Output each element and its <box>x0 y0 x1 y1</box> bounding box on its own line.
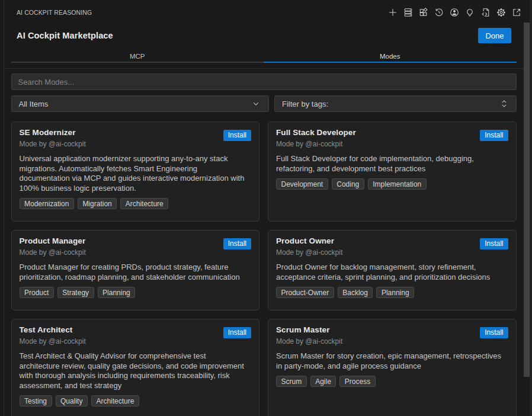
tab-mcp[interactable]: MCP <box>11 49 264 63</box>
install-button[interactable]: Install <box>480 238 508 249</box>
mode-card-title: Test Architect <box>20 324 73 336</box>
file-code-icon[interactable] <box>479 6 492 19</box>
mode-card-byline: Mode by @ai-cockpit <box>20 248 252 257</box>
tag-pill: Modernization <box>20 198 74 209</box>
mode-card-tags: Product-OwnerBacklogPlanning <box>276 287 508 298</box>
mode-card-title: SE Modernizer <box>20 127 76 139</box>
install-button[interactable]: Install <box>223 238 251 249</box>
mode-card: Product Owner Install Mode by @ai-cockpi… <box>268 230 517 311</box>
mode-card-description: Universal application modernizer support… <box>20 154 246 193</box>
open-external-icon[interactable] <box>510 6 523 19</box>
install-button[interactable]: Install <box>223 130 251 141</box>
mode-card-byline: Mode by @ai-cockpit <box>276 140 508 148</box>
tag-pill: Planning <box>98 287 136 298</box>
tag-pill: Architecture <box>91 395 139 407</box>
mode-card-tags: ModernizationMigrationArchitecture <box>20 198 252 209</box>
tag-pill: Implementation <box>368 178 427 190</box>
mode-card-description: Scrum Master for story creation, epic ma… <box>276 351 503 371</box>
marketplace-panel: AI COCKPIT REASONING <box>4 0 530 416</box>
mode-card-title: Product Owner <box>276 235 334 247</box>
tag-pill: Process <box>339 376 375 387</box>
mode-card-tags: ProductStrategyPlanning <box>20 287 252 298</box>
plus-icon[interactable] <box>386 6 399 19</box>
mode-card-byline: Mode by @ai-cockpit <box>276 248 508 257</box>
mode-card-tags: DevelopmentCodingImplementation <box>276 178 508 190</box>
server-icon[interactable] <box>402 6 415 19</box>
done-button[interactable]: Done <box>478 28 511 43</box>
tab-bar: MCP Modes <box>11 49 517 63</box>
tag-pill: Product <box>20 287 54 298</box>
mode-card: Test Architect Install Mode by @ai-cockp… <box>11 319 260 416</box>
panel-left-border <box>4 0 4 416</box>
install-button[interactable]: Install <box>480 130 508 141</box>
mode-card-description: Full Stack Developer for code implementa… <box>276 154 503 174</box>
gear-icon[interactable] <box>495 6 508 19</box>
filter-type-value: All Items <box>19 99 251 108</box>
header-divider <box>4 68 530 69</box>
tag-pill: Agile <box>310 376 336 387</box>
tag-pill: Development <box>276 178 328 190</box>
mode-card-byline: Mode by @ai-cockpit <box>20 140 252 148</box>
tag-pill: Planning <box>376 287 414 298</box>
tag-pill: Architecture <box>120 198 168 209</box>
mode-cards-grid: SE Modernizer Install Mode by @ai-cockpi… <box>11 121 517 416</box>
tag-pill: Testing <box>20 395 52 407</box>
tag-pill: Product-Owner <box>276 287 334 298</box>
page-title: AI Cockpit Marketplace <box>17 31 113 40</box>
mode-card-byline: Mode by @ai-cockpit <box>276 337 508 345</box>
mode-card: Product Manager Install Mode by @ai-cock… <box>11 230 260 311</box>
filter-type-select[interactable]: All Items <box>11 95 269 112</box>
tag-pill: Migration <box>78 198 117 209</box>
mode-card: SE Modernizer Install Mode by @ai-cockpi… <box>11 121 260 222</box>
search-input[interactable] <box>11 73 517 90</box>
chevron-down-icon <box>251 99 261 108</box>
chevron-up-down-icon <box>500 99 508 108</box>
tab-modes[interactable]: Modes <box>264 49 517 63</box>
tag-pill: Strategy <box>57 287 94 298</box>
panel-right-edge <box>530 0 532 416</box>
mode-card-title: Product Manager <box>20 235 86 247</box>
mode-card-byline: Mode by @ai-cockpit <box>20 337 252 345</box>
mode-card-tags: TestingQualityArchitecture <box>20 395 252 407</box>
filter-tags-value: Filter by tags: <box>282 99 500 108</box>
install-button[interactable]: Install <box>223 327 251 338</box>
tag-pill: Scrum <box>276 376 307 387</box>
mode-card-title: Scrum Master <box>276 324 330 336</box>
view-title-bar: AI COCKPIT REASONING <box>4 0 530 23</box>
mode-card-title: Full Stack Developer <box>276 127 356 139</box>
mode-card: Scrum Master Install Mode by @ai-cockpit… <box>268 319 517 416</box>
history-icon[interactable] <box>432 6 446 19</box>
lightbulb-icon[interactable] <box>463 6 476 19</box>
tag-pill: Backlog <box>338 287 373 298</box>
mode-card-description: Product Manager for creating PRDs, produ… <box>20 263 246 282</box>
tag-pill: Quality <box>56 395 88 407</box>
marketplace-header: AI Cockpit Marketplace Done <box>4 23 530 49</box>
install-button[interactable]: Install <box>480 327 508 338</box>
tag-pill: Coding <box>332 178 364 190</box>
mode-card: Full Stack Developer Install Mode by @ai… <box>268 121 517 222</box>
view-title: AI COCKPIT REASONING <box>17 8 92 16</box>
mode-card-tags: ScrumAgileProcess <box>276 376 508 387</box>
scrollbar-thumb[interactable] <box>524 23 530 377</box>
extensions-icon[interactable] <box>417 6 430 19</box>
scrollbar-track[interactable] <box>524 23 530 416</box>
account-icon[interactable] <box>448 6 461 19</box>
mode-card-description: Test Architect & Quality Advisor for com… <box>20 351 246 391</box>
mode-card-description: Product Owner for backlog management, st… <box>276 263 503 282</box>
filter-tags-select[interactable]: Filter by tags: <box>274 95 517 112</box>
